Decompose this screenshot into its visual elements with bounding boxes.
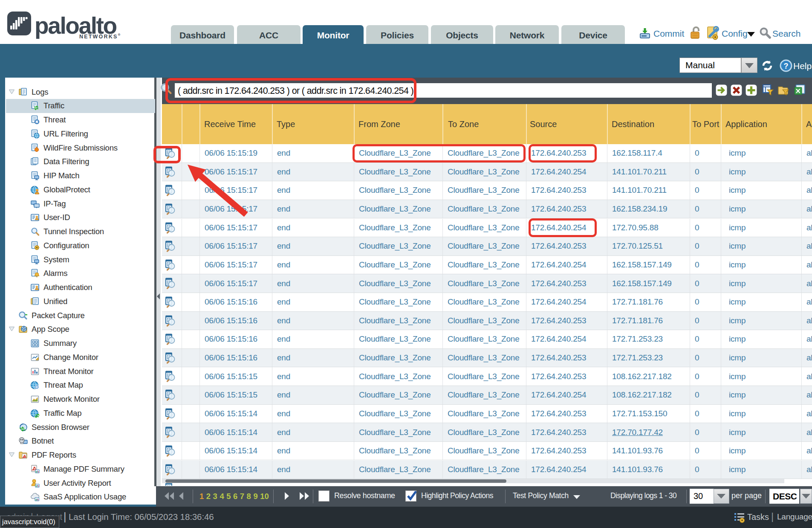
svg-text:?: ? <box>784 62 789 70</box>
